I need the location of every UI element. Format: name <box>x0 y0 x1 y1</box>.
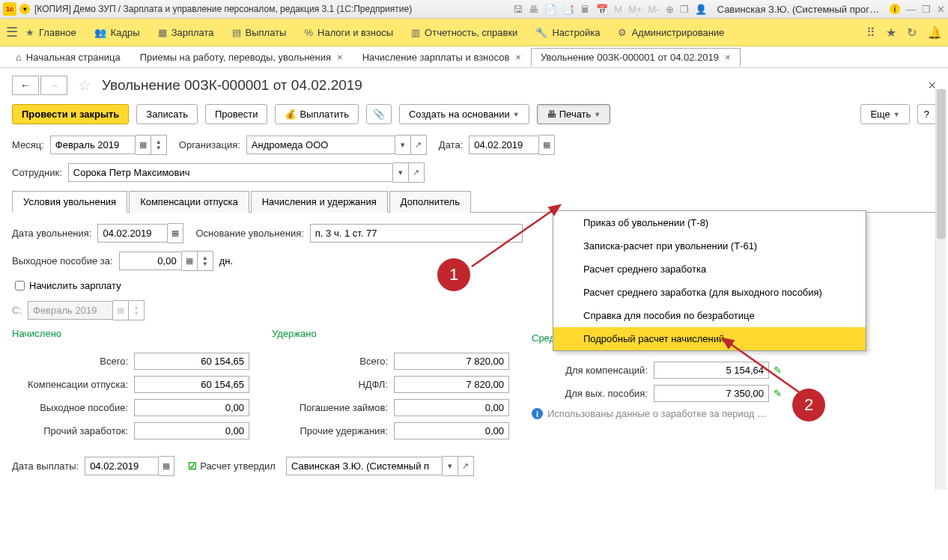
date-input[interactable] <box>469 136 539 154</box>
menu-payments[interactable]: ▤Выплаты <box>232 27 287 38</box>
withheld-total-value[interactable] <box>394 353 509 370</box>
employee-input[interactable] <box>68 163 393 182</box>
avg-comp-value[interactable] <box>654 362 769 379</box>
favorite-star-icon[interactable]: ☆ <box>78 76 91 94</box>
basis-input[interactable] <box>310 224 523 243</box>
avg-sev-value[interactable] <box>654 385 769 402</box>
accrue-salary-checkbox[interactable] <box>15 281 25 290</box>
withheld-other-value[interactable] <box>394 422 509 439</box>
calc-icon[interactable]: 🖩 <box>580 4 590 15</box>
dropdown-icon[interactable]: ▾ <box>19 4 30 14</box>
withheld-ndfl-value[interactable] <box>394 376 509 393</box>
calendar-icon[interactable]: ▦ <box>168 223 183 243</box>
subtabs: Условия увольнения Компенсации отпуска Н… <box>12 190 936 213</box>
menu-personnel[interactable]: 👥Кадры <box>94 27 140 38</box>
info-icon[interactable]: i <box>890 4 900 14</box>
history-icon[interactable]: ↻ <box>907 25 917 40</box>
open-icon[interactable]: ↗ <box>458 456 474 476</box>
stepper-icon[interactable]: ▲▼ <box>198 251 213 271</box>
accrued-sev-value[interactable] <box>134 399 249 416</box>
menu-taxes[interactable]: %Налоги и взносы <box>304 27 393 38</box>
nav-fwd-button[interactable]: → <box>40 76 67 95</box>
subtab-additional[interactable]: Дополнитель <box>389 191 471 213</box>
post-button[interactable]: Провести <box>205 104 268 124</box>
menu-reports[interactable]: ▥Отчетность, справки <box>411 27 517 38</box>
menu-main[interactable]: ★Главное <box>25 27 76 38</box>
print-menu-t61[interactable]: Записка-расчет при увольнении (Т-61) <box>553 234 866 258</box>
help-button[interactable]: ? <box>917 104 936 124</box>
window-icon[interactable]: ❐ <box>680 4 689 15</box>
menu-salary[interactable]: ▦Зарплата <box>158 27 214 38</box>
open-icon[interactable]: ↗ <box>411 135 427 155</box>
tab-dismissal[interactable]: Увольнение 00ЗК-000001 от 04.02.2019× <box>531 48 741 67</box>
accrued-comp-value[interactable] <box>134 376 249 393</box>
attach-button[interactable]: 📎 <box>366 104 392 124</box>
compare-icon[interactable]: 📑 <box>562 4 574 15</box>
post-and-close-button[interactable]: Провести и закрыть <box>12 104 129 124</box>
save-icon[interactable]: 🖫 <box>513 4 523 15</box>
calendar-icon[interactable]: ▦ <box>159 456 174 476</box>
grid-icon[interactable]: ⠿ <box>866 25 875 40</box>
scrollbar[interactable] <box>935 89 947 490</box>
approved-by-input[interactable] <box>286 457 443 475</box>
tab-accrual[interactable]: Начисление зарплаты и взносов× <box>353 48 531 67</box>
pay-button[interactable]: 💰Выплатить <box>275 104 359 124</box>
print-button[interactable]: 🖶Печать▼ <box>537 104 611 124</box>
open-icon[interactable]: ↗ <box>409 162 425 183</box>
dropdown-icon[interactable]: ▾ <box>393 162 409 183</box>
pencil-icon[interactable]: ✎ <box>774 365 782 376</box>
hamburger-icon[interactable]: ☰ <box>6 24 18 40</box>
accrued-other-value[interactable] <box>134 422 249 439</box>
close-icon[interactable]: ✕ <box>937 4 945 15</box>
m-minus-icon[interactable]: M- <box>648 4 659 15</box>
check-icon[interactable]: ☑ <box>188 460 197 472</box>
pencil-icon[interactable]: ✎ <box>774 388 782 399</box>
stepper-icon[interactable]: ▲▼ <box>151 135 167 155</box>
menu-settings[interactable]: 🔧Настройка <box>535 27 600 38</box>
doc-icon[interactable]: 📄 <box>544 4 556 15</box>
zoom-icon[interactable]: ⊕ <box>666 4 674 15</box>
dropdown-icon[interactable]: ▾ <box>443 456 458 476</box>
star-icon[interactable]: ★ <box>886 25 896 40</box>
print-menu-avg-sev[interactable]: Расчет среднего заработка (для выходного… <box>553 281 866 304</box>
tab-hires[interactable]: Приемы на работу, переводы, увольнения× <box>130 48 353 67</box>
calendar-icon[interactable]: 📅 <box>596 4 608 15</box>
print-menu-t8[interactable]: Приказ об увольнении (Т-8) <box>553 211 866 234</box>
bell-icon[interactable]: 🔔 <box>927 25 942 40</box>
subtab-accruals[interactable]: Начисления и удержания <box>251 191 388 213</box>
calendar-icon[interactable]: ▦ <box>136 135 151 155</box>
tab-close-icon[interactable]: × <box>725 52 731 63</box>
payout-date-input[interactable] <box>85 457 159 475</box>
print-menu-avg[interactable]: Расчет среднего заработка <box>553 258 866 281</box>
tab-home[interactable]: ⌂Начальная страница <box>6 48 130 67</box>
calc-icon[interactable]: ▦ <box>182 251 198 271</box>
org-label: Организация: <box>179 139 240 150</box>
dropdown-icon[interactable]: ▾ <box>395 135 411 155</box>
scroll-thumb[interactable] <box>937 89 946 239</box>
month-input[interactable] <box>50 136 136 154</box>
subtab-compensation[interactable]: Компенсации отпуска <box>129 191 249 213</box>
create-based-button[interactable]: Создать на основании▼ <box>399 104 529 124</box>
print-menu-unemployment[interactable]: Справка для пособия по безработице <box>553 304 866 327</box>
minimize-icon[interactable]: — <box>906 4 916 15</box>
org-input[interactable] <box>246 136 395 154</box>
user-label[interactable]: Савинская З.Ю. (Системный прог… <box>713 4 884 15</box>
withheld-loan-value[interactable] <box>394 399 509 416</box>
tab-close-icon[interactable]: × <box>337 52 343 63</box>
print-icon[interactable]: 🖶 <box>529 4 538 15</box>
dismissal-date-input[interactable] <box>97 224 168 243</box>
print-menu-detailed[interactable]: Подробный расчет начислений <box>553 327 866 350</box>
m-icon[interactable]: M <box>614 4 622 15</box>
avg-sev-label: Для вых. пособия: <box>532 388 654 399</box>
write-button[interactable]: Записать <box>136 104 198 124</box>
menu-admin[interactable]: ⚙Администрирование <box>618 27 724 38</box>
nav-back-button[interactable]: ← <box>12 76 39 95</box>
more-button[interactable]: Еще▼ <box>860 104 909 124</box>
subtab-conditions[interactable]: Условия увольнения <box>12 191 127 213</box>
calendar-icon[interactable]: ▦ <box>539 135 555 155</box>
severance-input[interactable] <box>119 252 182 270</box>
maximize-icon[interactable]: ❐ <box>922 4 931 15</box>
tab-close-icon[interactable]: × <box>515 52 521 63</box>
accrued-total-value[interactable] <box>134 353 249 370</box>
m-plus-icon[interactable]: M+ <box>628 4 642 15</box>
